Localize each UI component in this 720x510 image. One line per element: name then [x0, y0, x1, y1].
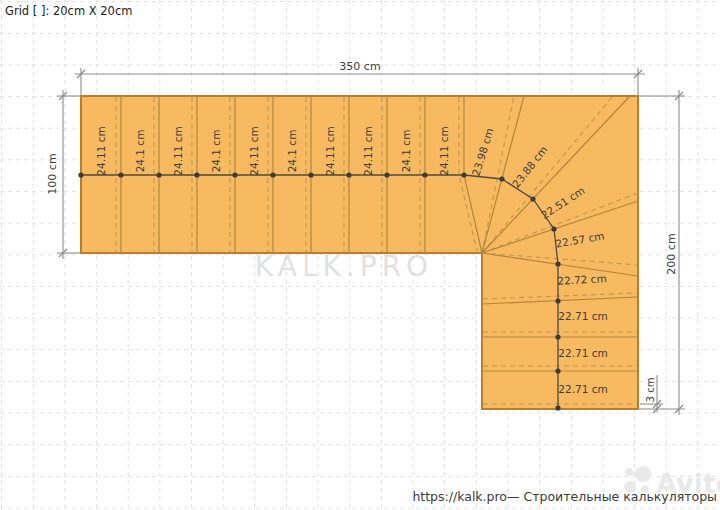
tread-dimension-label: 24.11 cm: [324, 126, 336, 175]
kalkpro-watermark: KALK.PRO: [255, 250, 433, 283]
walk-line-dot: [530, 196, 535, 201]
tread-dimension-label: 24.11 cm: [172, 126, 184, 175]
walk-line-dot: [118, 172, 123, 177]
tread-dimension-label: 24.11 cm: [362, 126, 374, 175]
tread-dimension-label: 22.71 cm: [558, 347, 607, 359]
walk-line-dot: [384, 172, 389, 177]
tread-dimension-label: 24.1 cm: [134, 130, 146, 173]
grid-size-label: Grid [ ]: 20cm X 20cm: [5, 4, 132, 18]
tread-dimension-label: 24.1 cm: [400, 130, 412, 173]
tread-dimension-label: 24.11 cm: [248, 126, 260, 175]
walk-line-dot: [555, 261, 560, 266]
walk-line-dot: [232, 172, 237, 177]
walk-line-dot: [194, 172, 199, 177]
dim-left-label: 100 cm: [46, 153, 59, 194]
tread-dimension-label: 22.71 cm: [558, 310, 607, 322]
avito-logo-circle: [625, 468, 633, 476]
walk-line-dot: [270, 172, 275, 177]
walk-line-dot: [555, 368, 560, 373]
dim-top-label: 350 cm: [339, 60, 380, 73]
walk-line-dot: [555, 334, 560, 339]
walk-line-dot: [422, 172, 427, 177]
tread-dimension-label: 24.1 cm: [286, 130, 298, 173]
walk-line-dot: [499, 176, 504, 181]
walk-line-dot: [156, 172, 161, 177]
walk-line-dot: [78, 172, 83, 177]
page: { "grid_label": "Grid [ ]: 20cm X 20cm",…: [0, 0, 720, 510]
tread-dimension-label: 22.71 cm: [558, 383, 607, 395]
walk-line-dot: [555, 298, 560, 303]
dim-right-label: 200 cm: [665, 233, 678, 274]
tread-dimension-label: 24.11 cm: [438, 126, 450, 175]
tread-dimension-label: 24.1 cm: [210, 130, 222, 173]
avito-logo-circle: [635, 466, 651, 482]
walk-line-dot: [461, 172, 466, 177]
walk-line-dot: [551, 226, 556, 231]
dim-nosing-label: 3 cm: [645, 378, 656, 403]
footer-site-label: https://kalk.pro— Строительные калькулят…: [0, 489, 717, 504]
walk-line-dot: [308, 172, 313, 177]
walk-line-dot: [555, 405, 560, 410]
tread-dimension-label: 24.11 cm: [95, 126, 107, 175]
stair-plan-drawing: 24.11 cm24.1 cm24.11 cm24.1 cm24.11 cm24…: [0, 0, 720, 510]
walk-line-dot: [346, 172, 351, 177]
